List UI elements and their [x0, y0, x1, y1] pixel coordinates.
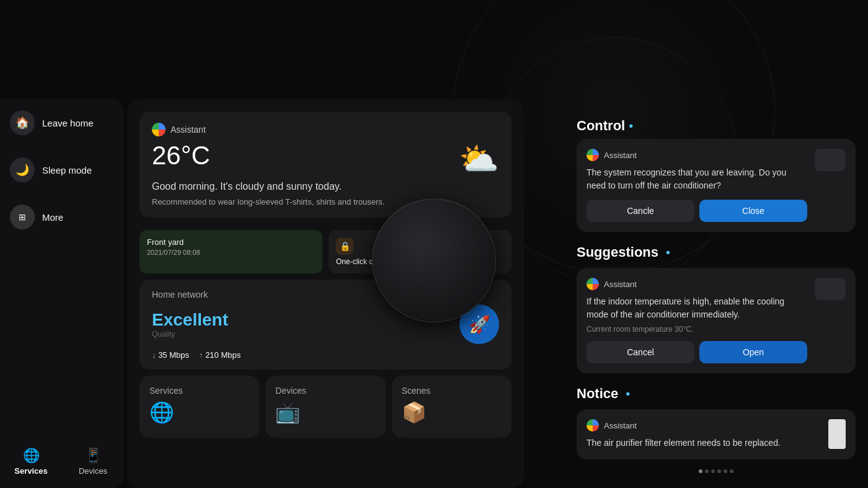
notice-dot: •: [626, 387, 630, 401]
dial-knob[interactable]: [372, 198, 496, 322]
notice-section-header: Notice •: [564, 386, 868, 402]
suggestions-title: Suggestions: [577, 244, 658, 260]
scenes-tile[interactable]: Scenes 📦: [392, 376, 512, 438]
control-assistant-card: Assistant The system recognizes that you…: [577, 139, 856, 232]
camera-tile-frontyard[interactable]: Front yard 2021/07/29 08:08: [140, 230, 322, 273]
dot-4: [717, 469, 721, 473]
suggestions-assistant-icon: [587, 278, 599, 290]
suggestions-cancel-button[interactable]: Cancel: [587, 341, 694, 363]
camera-datetime: 2021/07/29 08:08: [147, 249, 315, 256]
control-section-header: Control •: [564, 112, 868, 139]
suggestions-open-button[interactable]: Open: [699, 341, 807, 363]
services-tile[interactable]: Services 🌐: [140, 376, 259, 438]
more-icon: ⊞: [10, 205, 35, 229]
network-speeds: ↓ 35 Mbps ↑ 210 Mbps: [152, 350, 499, 360]
dot-3: [711, 469, 715, 473]
control-assistant-name: Assistant: [604, 151, 637, 160]
assistant-icon: [152, 123, 166, 136]
suggestions-card-image: [815, 278, 846, 300]
more-label: More: [42, 212, 63, 223]
notice-assistant-icon: [587, 419, 599, 432]
suggestions-message: If the indoor temperature is high, enabl…: [587, 295, 807, 321]
notice-image: [828, 419, 846, 449]
tab-devices[interactable]: 📱 Devices: [62, 435, 124, 488]
control-message: The system recognizes that you are leavi…: [587, 166, 807, 192]
dots-indicator: [564, 469, 868, 473]
control-assistant-icon: [587, 149, 599, 161]
suggestions-card-content: Assistant If the indoor temperature is h…: [587, 278, 807, 363]
suggestions-assistant-card: Assistant If the indoor temperature is h…: [577, 268, 856, 373]
devices-tile-icon: 📺: [275, 401, 375, 424]
download-speed: ↓ 35 Mbps: [152, 350, 189, 360]
leave-home-icon: 🏠: [10, 110, 35, 135]
sidebar-item-sleep-mode[interactable]: 🌙 Sleep mode: [0, 146, 124, 193]
dot-2: [705, 469, 709, 473]
assistant-header: Assistant: [152, 123, 499, 136]
assistant-name: Assistant: [170, 125, 206, 135]
notice-card: Assistant The air purifier filter elemen…: [577, 409, 856, 459]
devices-tile-label: Devices: [275, 386, 375, 396]
right-panel: Control • Assistant The system recognize…: [564, 99, 868, 488]
suggestions-dot: •: [666, 246, 670, 260]
weather-main: 26°C ⛅: [152, 143, 499, 175]
left-panel: 🏠 Leave home 🌙 Sleep mode ⊞ More 🌐 Servi…: [0, 99, 124, 488]
control-cancel-button[interactable]: Cancle: [587, 200, 694, 222]
control-card-content: Assistant The system recognizes that you…: [587, 149, 807, 222]
upload-speed: ↑ 210 Mbps: [199, 350, 241, 360]
dot-6: [730, 469, 733, 473]
notice-title: Notice: [577, 386, 618, 402]
control-dot: •: [629, 119, 633, 133]
suggestions-sub-message: Current room temperature 30°C.: [587, 325, 807, 334]
suggestions-card-header: Assistant: [587, 278, 807, 290]
suggestions-section-header: Suggestions •: [564, 244, 868, 260]
notice-message: The air purifier filter element needs to…: [587, 437, 821, 450]
control-card-header: Assistant: [587, 149, 807, 161]
control-card-image: [815, 149, 846, 171]
camera-label: Front yard: [147, 237, 315, 247]
scenes-tile-icon: 📦: [402, 401, 502, 424]
dot-5: [724, 469, 727, 473]
weather-icon: ⛅: [459, 143, 499, 175]
bottom-tiles-row: Services 🌐 Devices 📺 Scenes 📦: [140, 376, 512, 438]
notice-card-header: Assistant: [587, 419, 821, 432]
sleep-mode-icon: 🌙: [10, 157, 35, 182]
control-close-button[interactable]: Close: [699, 200, 807, 222]
scenes-tile-label: Scenes: [402, 386, 502, 396]
notice-card-content: Assistant The air purifier filter elemen…: [587, 419, 821, 450]
sidebar-item-leave-home[interactable]: 🏠 Leave home: [0, 99, 124, 146]
services-tile-icon: 🌐: [149, 401, 249, 424]
suggestions-actions: Cancel Open: [587, 341, 807, 363]
notice-assistant-name: Assistant: [604, 421, 637, 430]
temperature: 26°C: [152, 143, 210, 169]
dial-area: [347, 174, 521, 347]
network-quality: Excellent: [152, 310, 228, 330]
bottom-tabs: 🌐 Services 📱 Devices: [0, 435, 124, 488]
tab-services[interactable]: 🌐 Services: [0, 435, 62, 488]
dot-1: [699, 469, 702, 473]
suggestions-assistant-name: Assistant: [604, 280, 637, 289]
sidebar-item-more[interactable]: ⊞ More: [0, 193, 124, 241]
control-title: Control: [577, 118, 625, 134]
sleep-mode-label: Sleep mode: [42, 165, 92, 175]
devices-tile[interactable]: Devices 📺: [265, 376, 385, 438]
control-actions: Cancle Close: [587, 200, 807, 222]
network-quality-label: Quality: [152, 330, 228, 339]
leave-home-label: Leave home: [42, 118, 94, 128]
services-tile-label: Services: [149, 386, 249, 396]
